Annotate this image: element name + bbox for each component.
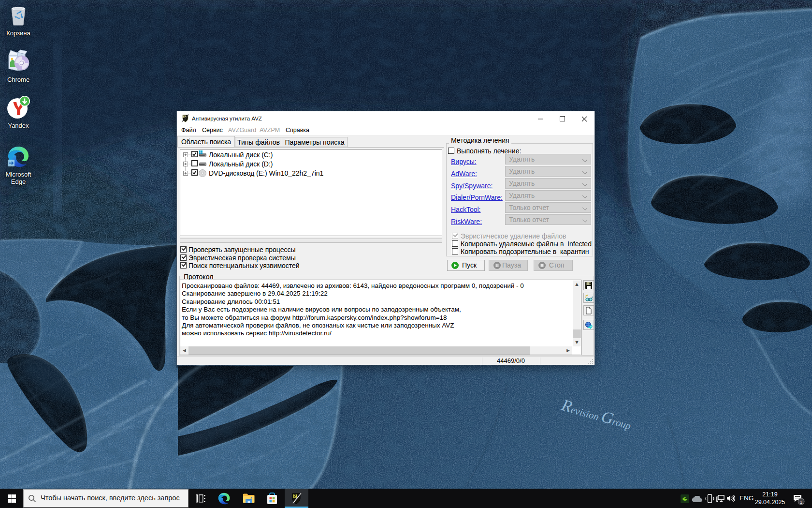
svg-text:1: 1: [800, 499, 802, 505]
